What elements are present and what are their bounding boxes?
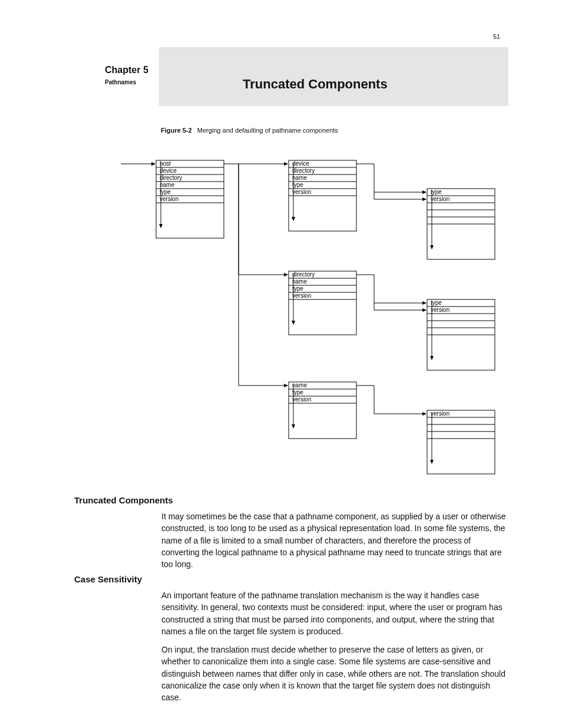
node-row: directory [292, 167, 315, 174]
node-row: host [160, 160, 171, 167]
node-row: device [292, 160, 309, 167]
node-row: directory [292, 271, 315, 278]
node-row: directory [160, 174, 182, 181]
para-case-2: On input, the translation must decide wh… [161, 644, 509, 703]
para-case-1: An important feature of the pathname tra… [161, 589, 509, 637]
node-row: version [160, 196, 178, 202]
heading-truncated: Truncated Components [74, 495, 173, 505]
node-row: type [431, 189, 442, 195]
node-row: name [160, 182, 174, 188]
node-row: version [431, 196, 449, 202]
connector [356, 386, 426, 414]
connector [239, 164, 287, 275]
para-truncated: It may sometimes be the case that a path… [161, 510, 509, 570]
pathname-merge-diagram: hostdevicedirectorynametypeversiondevice… [0, 0, 562, 483]
connector [374, 192, 426, 199]
node-row: version [431, 307, 449, 313]
node-row: version [292, 396, 311, 403]
node-row: version [431, 410, 449, 417]
node-nodeC [427, 410, 495, 474]
node-row: name [292, 382, 307, 388]
node-row: type [292, 389, 303, 396]
node-row: name [292, 174, 307, 181]
node-row: type [160, 189, 171, 195]
node-row: type [292, 285, 303, 292]
node-row: type [431, 299, 442, 306]
node-row: version [292, 189, 311, 195]
connector [356, 275, 426, 303]
node-row: device [160, 167, 177, 174]
connector [356, 164, 426, 192]
heading-case: Case Sensitivity [74, 574, 142, 584]
connector [374, 303, 426, 310]
node-row: type [292, 182, 303, 188]
node-row: version [292, 292, 311, 299]
node-row: name [292, 278, 307, 285]
